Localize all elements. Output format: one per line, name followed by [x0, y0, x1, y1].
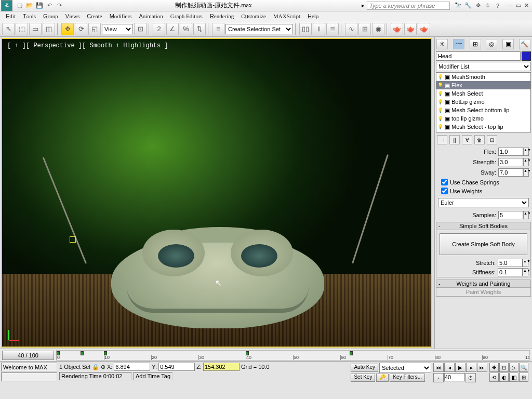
- open-icon[interactable]: 📂: [25, 2, 34, 10]
- play-icon[interactable]: ▸: [362, 2, 365, 9]
- scale-icon[interactable]: ◱: [88, 23, 101, 35]
- play-icon[interactable]: ▶: [455, 363, 466, 372]
- object-color-swatch[interactable]: [522, 51, 531, 61]
- autokey-button[interactable]: Auto Key: [351, 364, 378, 372]
- lock-icon[interactable]: 🔒: [92, 364, 99, 370]
- modifier-stack[interactable]: 💡▣MeshSmooth 💡▣Flex 💡▣Mesh Select 💡▣BotL…: [436, 72, 531, 132]
- show-end-icon[interactable]: ||: [449, 135, 460, 144]
- goto-start-icon[interactable]: ⏮: [433, 363, 444, 372]
- helper-box[interactable]: [70, 236, 76, 243]
- menu-tools[interactable]: Tools: [20, 12, 38, 20]
- menu-views[interactable]: Views: [63, 12, 83, 20]
- dolly-icon[interactable]: ◧: [509, 373, 518, 382]
- abs-rel-icon[interactable]: ⊕: [101, 364, 105, 370]
- star-icon[interactable]: ☆: [484, 2, 492, 10]
- material-icon[interactable]: ◉: [372, 23, 384, 35]
- menu-maxscript[interactable]: MAXScript: [271, 12, 303, 20]
- layers-icon[interactable]: ≣: [326, 23, 339, 35]
- utilities-tab-icon[interactable]: 🔨: [519, 39, 530, 49]
- menu-animation[interactable]: Animation: [136, 12, 165, 20]
- weights-rollout[interactable]: Weights and Painting: [436, 280, 530, 288]
- create-softbody-button[interactable]: Create Simple Soft Body: [440, 233, 527, 255]
- viewport-perspective[interactable]: [ + ][ Perspective ][ Smooth + Highlight…: [1, 38, 432, 348]
- render-frame-icon[interactable]: 🫖: [404, 23, 417, 35]
- render-setup-icon[interactable]: 🫖: [391, 23, 403, 35]
- time-config-icon[interactable]: ⏱: [466, 373, 476, 382]
- softbody-rollout[interactable]: Simple Soft Bodies: [436, 222, 530, 230]
- undo-icon[interactable]: ↶: [45, 2, 54, 10]
- configure-icon[interactable]: ⊡: [487, 135, 497, 144]
- menu-grapheditors[interactable]: Graph Editors: [168, 12, 205, 20]
- viewport-label[interactable]: [ + ][ Perspective ][ Smooth + Highlight…: [7, 42, 168, 49]
- object-name-field[interactable]: [436, 51, 521, 61]
- pivot-icon[interactable]: ⊡: [134, 23, 147, 35]
- mirror-icon[interactable]: ▯▯: [299, 23, 312, 35]
- new-icon[interactable]: ▢: [16, 2, 24, 10]
- menu-create[interactable]: Create: [84, 12, 104, 20]
- stiffness-value[interactable]: [498, 268, 523, 276]
- binoculars-icon[interactable]: 🔭: [454, 2, 462, 10]
- align-icon[interactable]: ⫴: [313, 23, 325, 35]
- x-field[interactable]: [114, 363, 150, 371]
- move-icon[interactable]: ✥: [61, 23, 74, 35]
- snap-angle-icon[interactable]: ∠: [166, 23, 179, 35]
- stretch-value[interactable]: [498, 259, 523, 267]
- maximize-icon[interactable]: ▭: [516, 2, 521, 9]
- chase-springs-checkbox[interactable]: [441, 179, 448, 185]
- make-unique-icon[interactable]: ∀: [462, 135, 472, 144]
- time-ruler[interactable]: 01020 304050 607080 90100: [56, 350, 530, 361]
- help-icon[interactable]: ?: [494, 2, 502, 10]
- minimize-icon[interactable]: —: [507, 2, 513, 9]
- key-mode-icon[interactable]: ◦: [433, 373, 444, 382]
- menu-edit[interactable]: Edit: [3, 12, 18, 20]
- zoom-ext-icon[interactable]: ⊡: [499, 363, 509, 372]
- prev-frame-icon[interactable]: ◂: [444, 363, 455, 372]
- status-script[interactable]: [1, 373, 57, 381]
- pin-stack-icon[interactable]: ⊣: [437, 135, 447, 144]
- sway-value[interactable]: [498, 168, 523, 177]
- redo-icon[interactable]: ↷: [55, 2, 63, 10]
- flex-value[interactable]: [498, 148, 523, 156]
- snap-pct-icon[interactable]: %: [180, 23, 192, 35]
- select-region-icon[interactable]: ▭: [29, 23, 42, 35]
- menu-rendering[interactable]: Rendering: [207, 12, 236, 20]
- time-slider[interactable]: 40 / 100: [2, 351, 54, 360]
- max-toggle-icon[interactable]: ⊞: [519, 373, 528, 382]
- fov-icon[interactable]: ▷: [509, 363, 518, 372]
- wrench-icon[interactable]: 🔧: [464, 2, 472, 10]
- orbit-icon[interactable]: ⟲: [489, 373, 499, 382]
- schematic-icon[interactable]: ⊞: [358, 23, 371, 35]
- next-frame-icon[interactable]: ▸: [466, 363, 476, 372]
- goto-end-icon[interactable]: ⏭: [477, 363, 487, 372]
- window-crossing-icon[interactable]: ◫: [43, 23, 55, 35]
- display-tab-icon[interactable]: ▣: [502, 39, 514, 49]
- rotate-icon[interactable]: ⟳: [75, 23, 87, 35]
- strength-value[interactable]: [498, 158, 523, 166]
- menu-customize[interactable]: Customize: [238, 12, 269, 20]
- add-timetag[interactable]: Add Time Tag: [134, 372, 172, 380]
- search-input[interactable]: [367, 2, 450, 10]
- render-icon[interactable]: 🫖: [418, 23, 430, 35]
- setkey-button[interactable]: Set Key: [351, 374, 375, 382]
- modify-tab-icon[interactable]: 〰: [453, 39, 464, 49]
- menu-modifiers[interactable]: Modifiers: [107, 12, 135, 20]
- save-icon[interactable]: 💾: [35, 2, 44, 10]
- current-frame-field[interactable]: [444, 373, 465, 381]
- pan-icon[interactable]: ✥: [489, 363, 499, 372]
- walk-icon[interactable]: ◐: [499, 373, 509, 382]
- curve-editor-icon[interactable]: ∿: [345, 23, 357, 35]
- key-icon[interactable]: 🔑: [376, 374, 389, 382]
- keyfilters-button[interactable]: Key Filters...: [390, 374, 425, 382]
- remove-mod-icon[interactable]: 🗑: [474, 135, 485, 144]
- use-weights-checkbox[interactable]: [441, 188, 448, 194]
- create-tab-icon[interactable]: ✳: [436, 39, 448, 49]
- link-icon[interactable]: ✥: [474, 2, 482, 10]
- euler-dropdown[interactable]: Euler: [438, 198, 529, 207]
- modifier-list-dropdown[interactable]: Modifier List: [436, 62, 531, 71]
- y-field[interactable]: [158, 363, 195, 371]
- select-icon[interactable]: ⬚: [16, 23, 28, 35]
- close-icon[interactable]: ✕: [524, 2, 529, 9]
- snap-2d-icon[interactable]: 2: [153, 23, 165, 35]
- selection-set-dropdown[interactable]: Create Selection Set: [225, 24, 293, 34]
- z-field[interactable]: [203, 363, 240, 371]
